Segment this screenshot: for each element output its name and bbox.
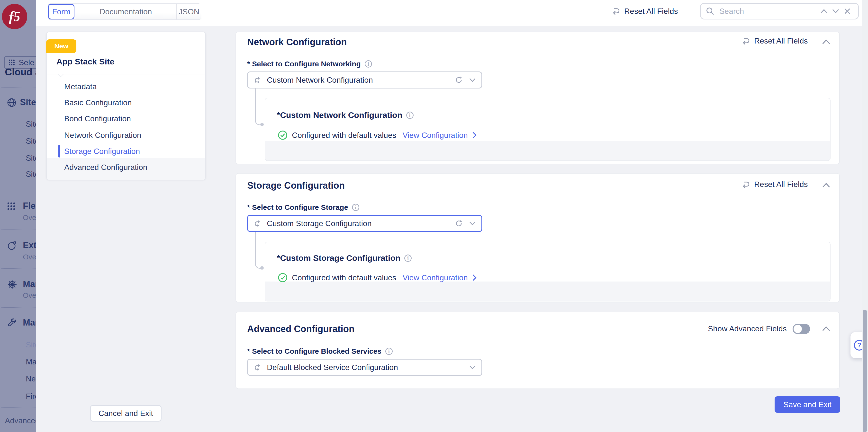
network-reset-fields-button[interactable]: Reset All Fields [742,36,808,45]
divider [1,87,36,88]
storage-nested-title: *Custom Storage Configuration i [277,253,412,263]
info-icon[interactable]: i [352,204,359,211]
refresh-icon[interactable] [455,220,462,227]
sidebar-section-external[interactable]: Exte [23,240,36,251]
connector-line [255,89,261,125]
info-icon[interactable]: i [404,255,412,262]
divider [1,307,36,308]
search-next-button[interactable] [830,5,841,17]
tab-form[interactable]: Form [48,4,74,20]
search-close-button[interactable] [841,5,853,17]
form-nav-item-bond-configuration[interactable]: Bond Configuration [64,113,131,125]
sidebar-item-site-list[interactable]: Site L [26,137,36,145]
view-tabs: Form Documentation JSON [48,3,202,20]
form-nav-item-network-configuration[interactable]: Network Configuration [64,129,141,141]
sidebar-section-sites[interactable]: Sites [20,97,36,107]
divider [1,268,36,269]
app-stack-site-form-page: f5 Sele Cloud a Sites Site M Si [0,0,868,432]
sidebar-section-manage[interactable]: Man [23,318,36,328]
blocked-services-selected-value: Default Blocked Service Configuration [267,363,469,372]
storage-selected-value: Custom Storage Configuration [267,219,455,228]
f5-logo: f5 [2,4,27,29]
sidebar-item-firew[interactable]: Firew [26,392,36,401]
nested-footer-bg [265,141,830,161]
divider [1,407,36,408]
new-badge: New [46,39,76,53]
search-icon [706,7,714,15]
reset-all-fields-button[interactable]: Reset All Fields [612,5,678,17]
undo-icon [742,180,750,189]
form-nav-item-metadata[interactable]: Metadata [64,81,97,92]
storage-collapse-chevron-up-icon[interactable] [822,183,830,188]
refresh-icon[interactable] [455,76,462,84]
form-nav-panel: New App Stack Site Metadata Basic Config… [46,32,206,180]
network-status-row: Configured with default values View Conf… [278,130,476,140]
tab-json[interactable]: JSON [176,4,202,20]
storage-section-title: Storage Configuration [247,180,345,191]
network-reset-fields-label: Reset All Fields [754,36,808,45]
info-icon[interactable]: i [365,60,372,68]
fleet-icon [7,201,17,211]
branch-icon [254,76,262,84]
page-scrollbar-thumb[interactable] [863,310,867,432]
sidebar-item-mana[interactable]: Mana [26,357,36,366]
sidebar-item-site-c[interactable]: Site C [26,170,36,179]
search-prev-button[interactable] [818,5,830,17]
sidebar-item-site-map[interactable]: Site M [26,120,36,129]
form-nav-item-storage-configuration[interactable]: Storage Configuration [64,145,140,157]
form-nav-item-basic-configuration[interactable]: Basic Configuration [64,97,132,108]
sidebar-item-site-i[interactable]: Site I [26,340,36,350]
sidebar-section-managed-k8s[interactable]: Man [23,279,36,289]
chevron-down-icon[interactable] [469,222,475,225]
network-nested-title: *Custom Network Configuration i [277,110,413,120]
connector-dot [260,123,264,126]
advanced-field-label: * Select to Configure Blocked Services i [247,347,393,356]
network-status-text: Configured with default values [292,131,396,140]
grid-icon [8,59,15,66]
sidebar-item-site-s[interactable]: Site S [26,154,36,163]
active-item-indicator [58,145,60,158]
background-sidebar: f5 Sele Cloud a Sites Site M Si [0,0,36,432]
branch-icon [254,363,262,371]
tab-documentation[interactable]: Documentation [75,4,176,20]
info-icon[interactable]: i [385,347,393,355]
undo-icon [742,37,750,45]
divider [814,7,814,15]
chevron-right-icon[interactable] [472,274,476,281]
storage-view-configuration-link[interactable]: View Configuration [403,273,468,282]
storage-reset-fields-button[interactable]: Reset All Fields [742,180,808,189]
network-view-configuration-link[interactable]: View Configuration [403,131,468,140]
advanced-collapse-chevron-up-icon[interactable] [822,326,830,331]
network-collapse-chevron-up-icon[interactable] [822,39,830,44]
divider [1,230,36,230]
sidebar-item-fleets-overview[interactable]: Overv [23,213,36,222]
nested-footer-bg [265,281,830,301]
form-nav-item-advanced-configuration[interactable]: Advanced Configuration [64,161,148,173]
workspace-selector-label: Sele [19,58,34,67]
chevron-down-icon[interactable] [469,78,475,82]
network-select-dropdown[interactable]: Custom Network Configuration [247,71,482,89]
helm-icon [7,279,18,290]
chevron-down-icon[interactable] [469,365,475,369]
sidebar-advanced-toggle[interactable]: Advanced [5,416,36,425]
storage-select-dropdown[interactable]: Custom Storage Configuration [247,215,482,232]
cancel-and-exit-button[interactable]: Cancel and Exit [90,405,161,422]
show-advanced-fields-toggle[interactable] [793,324,810,334]
sidebar-item-netw[interactable]: Netw [26,374,36,384]
globe-icon [6,97,17,108]
blocked-services-dropdown[interactable]: Default Blocked Service Configuration [247,359,482,376]
undo-icon [612,7,620,15]
search-input[interactable] [718,6,810,16]
sidebar-section-fleets[interactable]: Flee [23,201,36,211]
info-icon[interactable]: i [406,111,413,119]
network-field-label: * Select to Configure Networking i [247,60,372,68]
storage-status-text: Configured with default values [292,273,396,282]
storage-reset-fields-label: Reset All Fields [754,180,808,189]
chevron-right-icon[interactable] [472,132,476,139]
save-and-exit-button[interactable]: Save and Exit [775,396,840,413]
sidebar-item-managed-overview[interactable]: Overv [23,291,36,300]
connector-line [255,232,261,269]
sidebar-item-external-overview[interactable]: Overv [23,253,36,261]
form-title: App Stack Site [56,57,114,66]
network-section-title: Network Configuration [247,37,347,47]
